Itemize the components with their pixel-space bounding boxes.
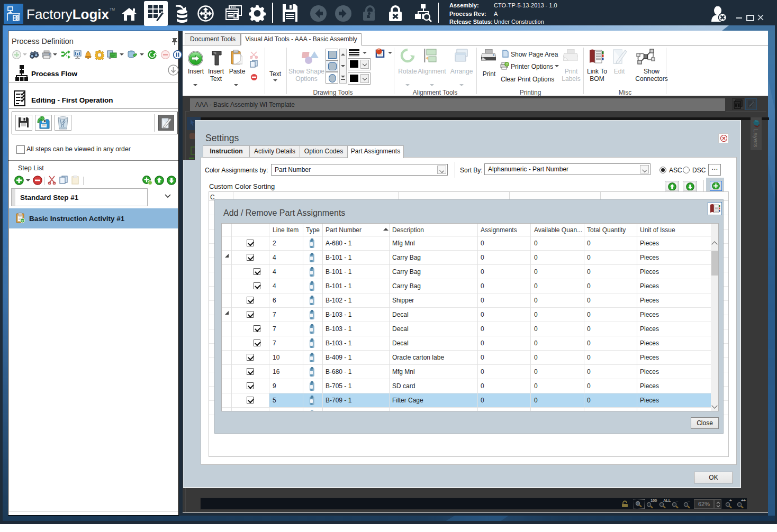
svg-text:?: ? — [506, 62, 508, 66]
